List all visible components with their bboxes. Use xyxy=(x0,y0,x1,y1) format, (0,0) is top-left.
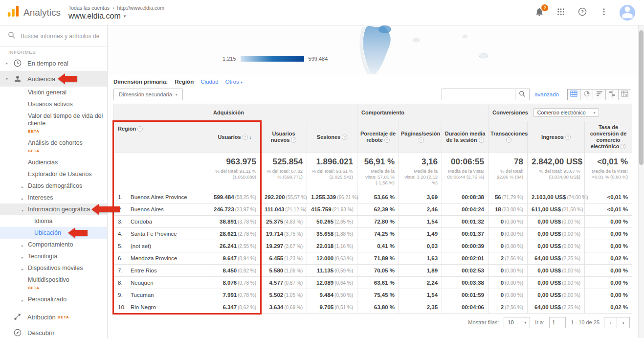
help-icon[interactable]: ? xyxy=(342,135,347,140)
sidebar-item-behavior[interactable]: ▸Comportamiento xyxy=(0,239,107,250)
user-avatar[interactable] xyxy=(620,5,635,21)
sidebar-item-realtime[interactable]: ▸ En tiempo real xyxy=(0,55,107,71)
sidebar-item-overview[interactable]: Visión general xyxy=(0,87,107,98)
region-name-link[interactable]: Santa Fe Province xyxy=(131,231,177,237)
table-row[interactable]: 5.(not set) 26.241(2,55 %) 19.297(3,67 %… xyxy=(114,240,632,252)
transactions-cell: 18(23,08 %) xyxy=(489,203,528,216)
sidebar-item-cross-device[interactable]: MultidispositivoBETA xyxy=(0,274,107,293)
help-icon[interactable]: ? xyxy=(621,144,626,149)
column-header-bounce-rate[interactable]: Porcentaje de rebote? xyxy=(357,121,399,153)
pivot-view-button[interactable] xyxy=(618,89,631,100)
table-row[interactable]: 4.Santa Fe Province 28.621(2,78 %) 19.71… xyxy=(114,228,632,240)
users-cell: 7.991(0,78 %) xyxy=(209,289,261,301)
table-search-button[interactable] xyxy=(515,89,530,100)
region-name-link[interactable]: Tucuman xyxy=(131,292,154,298)
apps-grid-icon xyxy=(556,7,565,18)
region-name-link[interactable]: Buenos Aires Province xyxy=(131,194,187,200)
sidebar-item-active-users[interactable]: Usuarios activos xyxy=(0,98,107,110)
rows-per-page-select[interactable]: 10▾ xyxy=(504,317,530,328)
region-name-link[interactable]: Cordoba xyxy=(131,219,152,225)
table-row[interactable]: 10.Rio Negro 6.347(0,62 %) 3.634(0,69 %)… xyxy=(114,301,632,314)
percentage-view-button[interactable] xyxy=(580,89,593,100)
scrollbar-thumb[interactable] xyxy=(639,30,644,165)
sidebar-item-language[interactable]: Idioma xyxy=(0,215,107,227)
secondary-dimension-button[interactable]: Dimensión secundaria ▾ xyxy=(113,89,183,100)
help-icon[interactable]: ? xyxy=(419,137,424,143)
sidebar-search[interactable] xyxy=(0,25,107,47)
help-icon[interactable]: ? xyxy=(243,135,248,140)
account-switcher[interactable]: www.eldia.com ▾ xyxy=(68,12,164,21)
help-icon[interactable]: ? xyxy=(565,135,571,140)
vertical-scrollbar[interactable] xyxy=(638,25,644,338)
geo-map[interactable] xyxy=(255,25,509,75)
help-icon[interactable]: ? xyxy=(506,137,511,143)
revenue-cell: 2.103,00 US$(74,00 %) xyxy=(528,191,585,203)
region-name-link[interactable]: Entre Rios xyxy=(131,268,157,273)
sidebar-item-user-explorer[interactable]: Explorador de Usuarios xyxy=(0,168,107,180)
sidebar-item-label: Intereses xyxy=(28,194,53,201)
notifications-button[interactable]: 2 xyxy=(533,7,545,19)
data-table-view-button[interactable] xyxy=(567,89,580,100)
region-name-link[interactable]: Mendoza Province xyxy=(131,255,177,261)
search-input[interactable] xyxy=(21,33,99,40)
column-header-region[interactable]: Región? xyxy=(114,104,209,153)
pager-buttons: ‹ › xyxy=(604,317,630,328)
breadcrumb-property[interactable]: http://www.eldia.com xyxy=(117,5,164,11)
comparison-view-button[interactable] xyxy=(605,89,619,100)
sidebar-item-audiences[interactable]: Audiencias xyxy=(0,157,107,168)
column-header-new-users[interactable]: Usuarios nuevos? xyxy=(261,121,307,153)
column-header-pages-session[interactable]: Páginas/sesión? xyxy=(399,121,442,153)
advanced-search-link[interactable]: avanzado xyxy=(534,91,559,97)
table-row[interactable]: 8.Neuquen 8.076(0,78 %) 4.577(0,87 %) 12… xyxy=(114,277,632,289)
conversion-type-select[interactable]: Comercio electrónico▾ xyxy=(533,108,600,117)
table-row[interactable]: 6.Mendoza Province 9.647(0,94 %) 6.455(1… xyxy=(114,252,632,265)
next-page-button[interactable]: › xyxy=(617,317,630,328)
sidebar-item-audience[interactable]: ▾ Audiencia xyxy=(0,71,107,87)
column-header-conversion-rate[interactable]: Tasa de conversión de comercio electróni… xyxy=(585,121,632,153)
dimension-option-other[interactable]: Otros ▾ xyxy=(225,79,243,85)
sidebar-item-cohort-analysis[interactable]: Análisis de cohortesBETA xyxy=(0,137,107,157)
table-row[interactable]: 9.Tucuman 7.991(0,78 %) 5.502(1,05 %) 9.… xyxy=(114,289,632,301)
sidebar-item-technology[interactable]: ▸Tecnología xyxy=(0,250,107,262)
sidebar-item-discover[interactable]: Descubrir xyxy=(0,325,107,338)
table-row[interactable]: 1.Buenos Aires Province 599.484(58,25 %)… xyxy=(114,191,632,203)
table-row[interactable]: 2.Buenos Aires 246.723(23,97 %) 111.043(… xyxy=(114,203,632,216)
sidebar-item-lifetime-value[interactable]: Valor del tiempo de vida del clienteBETA xyxy=(0,110,107,137)
region-name-link[interactable]: Buenos Aires xyxy=(131,206,164,212)
help-button[interactable]: ? xyxy=(577,7,588,19)
column-header-avg-duration[interactable]: Duración media de la sesión? xyxy=(442,121,489,153)
sidebar-item-mobile[interactable]: ▸Dispositivos móviles xyxy=(0,262,107,274)
column-header-users[interactable]: Usuarios?↓ xyxy=(209,121,261,153)
analytics-logo-icon xyxy=(7,5,20,20)
column-header-sessions[interactable]: Sesiones? xyxy=(307,121,357,153)
sidebar-item-location[interactable]: Ubicación xyxy=(0,227,107,239)
goto-page-input[interactable] xyxy=(549,317,566,328)
sidebar-item-interests[interactable]: ▸Intereses xyxy=(0,192,107,203)
analytics-logo[interactable]: Analytics xyxy=(0,5,61,20)
dimension-option-city[interactable]: Ciudad xyxy=(200,79,218,85)
help-icon[interactable]: ? xyxy=(479,137,484,143)
prev-page-button[interactable]: ‹ xyxy=(604,317,617,328)
region-name-link[interactable]: Neuquen xyxy=(131,280,154,286)
breadcrumb-all-accounts[interactable]: Todas las cuentas xyxy=(68,5,110,11)
summary-users: 963.975% del total: 91,11 % (1.058.089) xyxy=(209,153,261,191)
sidebar-item-custom[interactable]: ▸Personalizado xyxy=(0,293,107,305)
region-name-link[interactable]: Rio Negro xyxy=(131,304,156,310)
sidebar-item-attribution[interactable]: Atribución BETA xyxy=(0,309,107,325)
column-header-revenue[interactable]: Ingresos? xyxy=(528,121,585,153)
help-icon[interactable]: ? xyxy=(291,137,296,143)
table-row[interactable]: 7.Entre Rios 8.450(0,82 %) 5.580(1,06 %)… xyxy=(114,265,632,277)
more-options-button[interactable] xyxy=(598,7,610,19)
help-icon[interactable]: ? xyxy=(384,137,390,143)
sidebar-item-geo[interactable]: ▾Información geográfica xyxy=(0,203,107,215)
performance-view-button[interactable] xyxy=(593,89,606,100)
table-row[interactable]: 3.Cordoba 38.891(3,78 %) 25.375(4,83 %) … xyxy=(114,216,632,228)
region-name-link[interactable]: (not set) xyxy=(131,243,151,249)
attribution-icon xyxy=(13,312,22,322)
column-header-transactions[interactable]: Transacciones? xyxy=(489,121,528,153)
apps-grid-button[interactable] xyxy=(555,7,567,19)
help-icon[interactable]: ? xyxy=(137,126,143,132)
dimension-option-region[interactable]: Región xyxy=(175,79,194,85)
table-search-input[interactable] xyxy=(442,89,515,100)
sidebar-item-demographics[interactable]: ▸Datos demográficos xyxy=(0,180,107,192)
